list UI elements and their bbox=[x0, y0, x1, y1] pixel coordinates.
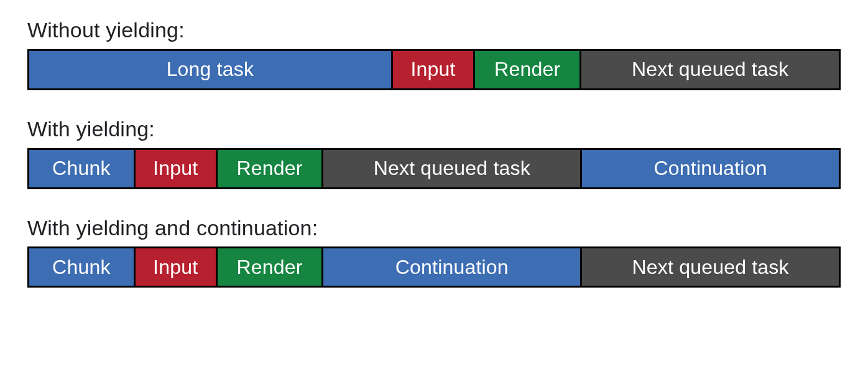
segment-input: Input bbox=[136, 150, 218, 187]
segment-render: Render bbox=[218, 150, 324, 187]
segment-input: Input bbox=[393, 51, 475, 88]
diagram-canvas: Without yielding: Long task Input Render… bbox=[0, 0, 868, 366]
segment-chunk: Chunk bbox=[29, 150, 136, 187]
section-title: Without yielding: bbox=[27, 17, 841, 43]
section-title: With yielding and continuation: bbox=[27, 215, 841, 241]
section-without-yielding: Without yielding: Long task Input Render… bbox=[27, 17, 841, 90]
segment-continuation: Continuation bbox=[323, 248, 582, 286]
segment-next-queued: Next queued task bbox=[582, 248, 839, 286]
section-title: With yielding: bbox=[27, 116, 841, 142]
segment-chunk: Chunk bbox=[29, 248, 136, 286]
segment-long-task: Long task bbox=[29, 51, 393, 88]
timeline-bar: Long task Input Render Next queued task bbox=[27, 49, 841, 90]
segment-render: Render bbox=[218, 248, 324, 286]
section-with-yielding: With yielding: Chunk Input Render Next q… bbox=[27, 116, 841, 189]
segment-continuation: Continuation bbox=[582, 150, 839, 187]
segment-next-queued: Next queued task bbox=[323, 150, 582, 187]
segment-next-queued: Next queued task bbox=[581, 51, 839, 88]
segment-render: Render bbox=[475, 51, 581, 88]
timeline-bar: Chunk Input Render Continuation Next que… bbox=[27, 246, 841, 288]
section-with-yielding-and-continuation: With yielding and continuation: Chunk In… bbox=[27, 215, 841, 288]
segment-input: Input bbox=[136, 248, 218, 286]
timeline-bar: Chunk Input Render Next queued task Cont… bbox=[27, 148, 841, 189]
